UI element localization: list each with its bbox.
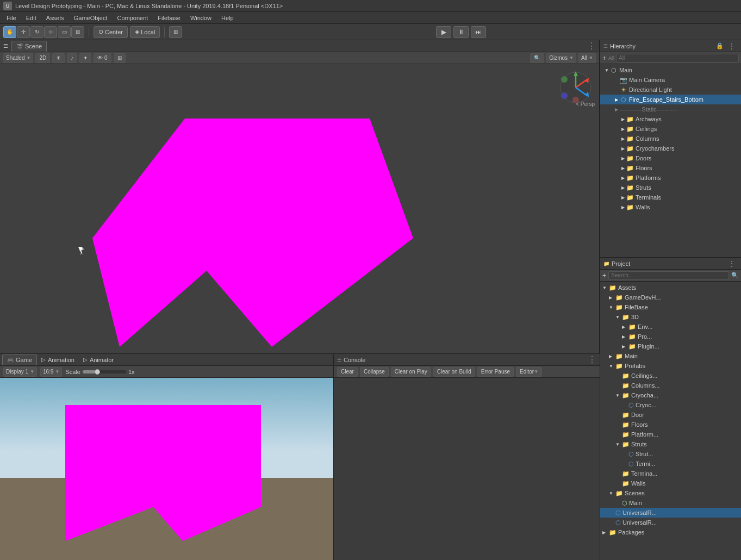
scale-tool[interactable]: ⊹ xyxy=(44,26,57,38)
hierarchy-add-btn[interactable]: + xyxy=(602,54,606,62)
proj-prefabs[interactable]: ▼ 📁 Prefabs xyxy=(600,361,741,371)
proj-cryocha-pf[interactable]: ▼ 📁 Cryocha... xyxy=(600,390,741,400)
proj-main-folder[interactable]: ▶ 📁 Main xyxy=(600,351,741,361)
error-pause-btn[interactable]: Error Pause xyxy=(477,367,514,377)
hier-main-camera[interactable]: 📷 Main Camera xyxy=(600,75,741,85)
proj-termina-pf[interactable]: 📁 Termina... xyxy=(600,469,741,478)
proj-cryoc-prefab[interactable]: ⬡ Cryoc... xyxy=(600,400,741,410)
play-button[interactable]: ▶ xyxy=(436,26,451,38)
gizmos-dropdown[interactable]: Gizmos ▼ xyxy=(546,53,576,63)
proj-filebase[interactable]: ▼ 📁 FileBase xyxy=(600,302,741,312)
2d-toggle[interactable]: 2D xyxy=(35,53,50,63)
hier-doors[interactable]: ▶ 📁 Doors xyxy=(600,153,741,163)
menu-filebase[interactable]: Filebase xyxy=(153,14,185,22)
console-more-btn[interactable]: ⋮ xyxy=(588,356,596,364)
menu-component[interactable]: Component xyxy=(113,14,152,22)
hier-archways[interactable]: ▶ 📁 Archways xyxy=(600,114,741,124)
hier-platforms[interactable]: ▶ 📁 Platforms xyxy=(600,173,741,183)
clear-on-build-btn[interactable]: Clear on Build xyxy=(433,367,475,377)
grid-toggle[interactable]: ⊞ xyxy=(114,53,126,63)
menu-gameobject[interactable]: GameObject xyxy=(70,14,112,22)
tab-game[interactable]: 🎮 Game xyxy=(2,354,37,365)
hierarchy-more-btn[interactable]: ⋮ xyxy=(726,42,738,51)
tab-animator[interactable]: ▷ Animator xyxy=(79,354,118,365)
hier-floors[interactable]: ▶ 📁 Floors xyxy=(600,163,741,173)
proj-struts-pf[interactable]: ▼ 📁 Struts xyxy=(600,439,741,449)
hier-struts[interactable]: ▶ 📁 Struts xyxy=(600,183,741,192)
hier-fire-escape[interactable]: ▶ ⬡ Fire_Escape_Stairs_Bottom xyxy=(600,95,741,104)
proj-walls-pf[interactable]: 📁 Walls xyxy=(600,478,741,488)
rotate-tool[interactable]: ↻ xyxy=(30,26,43,38)
local-button[interactable]: ◈ Local xyxy=(130,26,160,38)
scale-thumb[interactable] xyxy=(95,369,100,375)
proj-env[interactable]: ▶ 📁 Env... xyxy=(600,322,741,332)
hier-static-separator[interactable]: ▶ -----------Static----------- xyxy=(600,104,741,114)
prefabs-arrow: ▼ xyxy=(609,364,615,369)
menu-assets[interactable]: Assets xyxy=(42,14,69,22)
proj-strut-prefab[interactable]: ⬡ Strut... xyxy=(600,449,741,459)
clear-btn[interactable]: Clear xyxy=(337,367,358,377)
proj-main-scene[interactable]: ⬡ Main xyxy=(600,498,741,508)
proj-platform-pf[interactable]: 📁 Platform... xyxy=(600,430,741,439)
display-dropdown[interactable]: Display 1 ▼ xyxy=(3,367,37,377)
hierarchy-search-input[interactable] xyxy=(616,54,739,63)
audio-btn[interactable]: ♪ xyxy=(67,53,77,63)
editor-dropdown[interactable]: Editor ▼ xyxy=(516,367,542,377)
proj-universal-r1[interactable]: ⬡ UniversalR... xyxy=(600,508,741,518)
step-button[interactable]: ⏭ xyxy=(471,26,486,38)
hier-cryochambers[interactable]: ▶ 📁 Cryochambers xyxy=(600,144,741,153)
search-scene-btn[interactable]: 🔍 xyxy=(530,53,544,63)
hier-ceilings[interactable]: ▶ 📁 Ceilings xyxy=(600,124,741,134)
clear-on-play-btn[interactable]: Clear on Play xyxy=(391,367,431,377)
hand-tool[interactable]: ✋ xyxy=(3,26,16,38)
hier-main-scene[interactable]: ▼ ⬡ Main xyxy=(600,65,741,75)
tab-scene[interactable]: 🎬 Scene xyxy=(11,41,47,52)
shading-dropdown[interactable]: Shaded ▼ xyxy=(3,53,33,63)
proj-universal-r2[interactable]: ⬡ UniversalR... xyxy=(600,518,741,527)
tab-animation[interactable]: ▷ Animation xyxy=(37,354,79,365)
pause-button[interactable]: ⏸ xyxy=(453,26,469,38)
rect-tool[interactable]: ▭ xyxy=(58,26,71,38)
hierarchy-lock-btn[interactable]: 🔒 xyxy=(716,42,724,49)
grid-button[interactable]: ⊞ xyxy=(169,26,182,38)
proj-packages[interactable]: ▶ 📁 Packages xyxy=(600,527,741,537)
center-button[interactable]: ⊙ Center xyxy=(94,26,128,38)
proj-assets[interactable]: ▼ 📁 Assets xyxy=(600,283,741,293)
proj-columns-pf[interactable]: 📁 Columns... xyxy=(600,381,741,390)
scene-viewport[interactable]: < Persp xyxy=(0,64,599,353)
project-search-input[interactable] xyxy=(608,271,729,280)
proj-scenes[interactable]: ▼ 📁 Scenes xyxy=(600,488,741,498)
project-search-icon[interactable]: 🔍 xyxy=(731,272,739,279)
proj-gamedevh[interactable]: ▶ 📁 GameDevH... xyxy=(600,293,741,302)
fx-btn[interactable]: ✦ xyxy=(79,53,91,63)
scale-slider[interactable] xyxy=(83,370,126,374)
proj-ceilings-pf[interactable]: 📁 Ceilings... xyxy=(600,371,741,381)
proj-door-pf[interactable]: 📁 Door xyxy=(600,410,741,420)
hier-walls[interactable]: ▶ 📁 Walls xyxy=(600,202,741,212)
scene-more-btn[interactable]: ⋮ xyxy=(587,42,596,51)
proj-termi-prefab[interactable]: ⬡ Termi... xyxy=(600,459,741,469)
proj-pro[interactable]: ▶ 📁 Pro... xyxy=(600,332,741,341)
proj-3d[interactable]: ▼ 📁 3D xyxy=(600,312,741,322)
hier-columns[interactable]: ▶ 📁 Columns xyxy=(600,134,741,144)
menu-help[interactable]: Help xyxy=(217,14,238,22)
move-tool[interactable]: ✛ xyxy=(17,26,30,38)
pro-arrow: ▶ xyxy=(622,334,628,339)
proj-plugin[interactable]: ▶ 📁 Plugin... xyxy=(600,341,741,351)
lighting-btn[interactable]: ☀ xyxy=(52,53,65,63)
project-add-btn[interactable]: + xyxy=(602,272,606,279)
aspect-dropdown[interactable]: 16:9 ▼ xyxy=(40,367,62,377)
scene-vis-btn[interactable]: 👁 0 xyxy=(94,53,111,63)
menu-window[interactable]: Window xyxy=(186,14,216,22)
editor-label: Editor xyxy=(520,369,534,375)
menu-file[interactable]: File xyxy=(2,14,21,22)
hier-dir-light[interactable]: ☀ Directional Light xyxy=(600,85,741,95)
animation-tab-label: Animation xyxy=(48,357,74,363)
collapse-btn[interactable]: Collapse xyxy=(360,367,389,377)
transform-tool[interactable]: ⊞ xyxy=(71,26,84,38)
proj-floors-pf[interactable]: 📁 Floors xyxy=(600,420,741,430)
project-more-btn[interactable]: ⋮ xyxy=(726,259,738,268)
all-dropdown[interactable]: All ▼ xyxy=(578,53,596,63)
menu-edit[interactable]: Edit xyxy=(22,14,41,22)
hier-terminals[interactable]: ▶ 📁 Terminals xyxy=(600,192,741,202)
